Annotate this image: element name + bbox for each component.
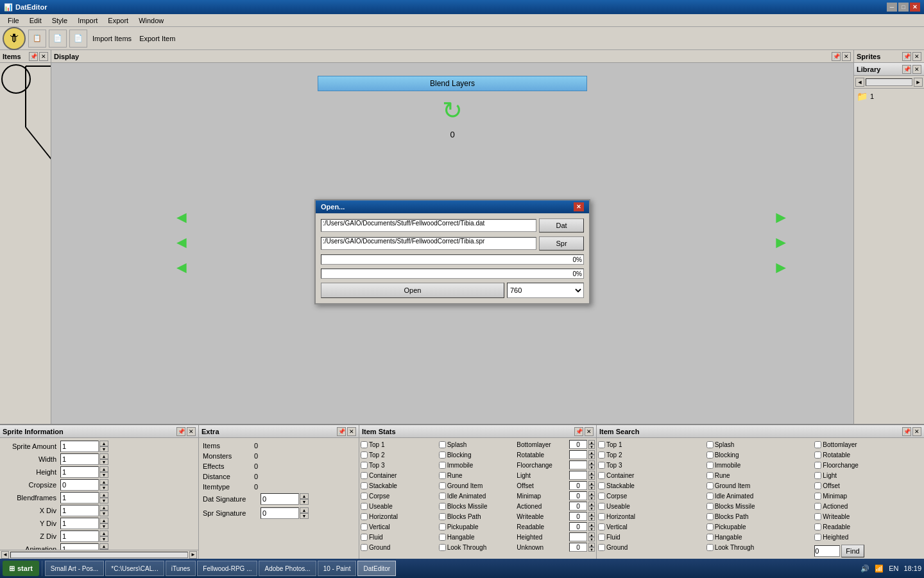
stats3-10-up[interactable]: ▲ — [588, 543, 595, 547]
stats1-4-check[interactable] — [361, 482, 368, 489]
sig-input-0[interactable] — [261, 493, 299, 505]
menu-export[interactable]: Export — [103, 15, 133, 26]
spin-down-5[interactable]: ▼ — [99, 511, 108, 516]
stats1-9-check[interactable] — [361, 534, 368, 541]
spin-down-1[interactable]: ▼ — [99, 459, 108, 465]
stats3-9-down[interactable]: ▼ — [588, 537, 595, 541]
nav-right-arrow-2[interactable]: ► — [773, 232, 789, 252]
stats3-7-input[interactable] — [569, 512, 587, 521]
stats2-3-check[interactable] — [439, 472, 446, 479]
stats3-0-input[interactable] — [569, 440, 587, 449]
search3-8-check[interactable] — [814, 523, 821, 530]
nav-right-arrow-3[interactable]: ► — [773, 258, 789, 277]
scroll-left-btn[interactable]: ◄ — [1, 551, 9, 559]
stats3-9-input[interactable] — [569, 532, 587, 541]
nav-right-arrow-1[interactable]: ► — [773, 207, 789, 227]
stats1-5-check[interactable] — [361, 493, 368, 500]
stats2-1-check[interactable] — [439, 451, 446, 459]
sprite-info-close[interactable]: ✕ — [187, 427, 196, 436]
search3-1-check[interactable] — [814, 451, 821, 459]
search1-4-check[interactable] — [598, 482, 605, 489]
dat-button[interactable]: Dat — [539, 218, 584, 232]
scroll-track[interactable] — [866, 78, 912, 86]
dat-path-input[interactable]: :/Users/GAIO/Documents/Stuff/FellwoodCor… — [321, 219, 536, 232]
spin-down-6[interactable]: ▼ — [99, 523, 108, 529]
spin-up-7[interactable]: ▲ — [99, 530, 108, 536]
maximize-button[interactable]: □ — [898, 3, 909, 12]
stats1-7-check[interactable] — [361, 513, 368, 520]
items-panel-close[interactable]: ✕ — [39, 52, 48, 61]
taskbar-btn-5[interactable]: 10 - Paint — [318, 561, 357, 576]
stats3-6-input[interactable] — [569, 502, 587, 511]
search2-1-check[interactable] — [706, 451, 714, 459]
spin-up-2[interactable]: ▲ — [99, 466, 108, 472]
library-pin[interactable]: 📌 — [902, 65, 911, 74]
taskbar-btn-2[interactable]: iTunes — [166, 561, 196, 576]
search2-6-check[interactable] — [706, 503, 714, 510]
stats3-7-down[interactable]: ▼ — [588, 516, 595, 521]
sig-spin-up-1[interactable]: ▲ — [300, 507, 309, 513]
spin-up-5[interactable]: ▲ — [99, 505, 108, 511]
search2-4-check[interactable] — [706, 482, 714, 489]
stats3-4-up[interactable]: ▲ — [588, 481, 595, 486]
search-value-input[interactable] — [814, 545, 840, 557]
stats3-10-down[interactable]: ▼ — [588, 547, 595, 552]
search3-2-check[interactable] — [814, 462, 821, 469]
search2-5-check[interactable] — [706, 493, 714, 500]
search3-3-check[interactable] — [814, 472, 821, 479]
stats1-2-check[interactable] — [361, 462, 368, 469]
menu-file[interactable]: File — [3, 15, 24, 26]
scroll-right-btn[interactable]: ► — [189, 551, 197, 559]
stats3-9-up[interactable]: ▲ — [588, 532, 595, 537]
import-items-btn[interactable]: Import Items — [92, 35, 132, 42]
search1-10-check[interactable] — [598, 544, 605, 551]
search3-9-check[interactable] — [814, 534, 821, 541]
stats2-2-check[interactable] — [439, 462, 446, 469]
sprite-info-pin[interactable]: 📌 — [176, 427, 185, 436]
spin-up-8[interactable]: ▲ — [99, 543, 108, 549]
stats1-3-check[interactable] — [361, 472, 368, 479]
search1-0-check[interactable] — [598, 441, 605, 448]
stats2-0-check[interactable] — [439, 441, 446, 448]
taskbar-btn-1[interactable]: *C:\Users\CAL... — [105, 561, 164, 576]
stats2-9-check[interactable] — [439, 534, 446, 541]
search1-2-check[interactable] — [598, 462, 605, 469]
sprites-panel-close[interactable]: ✕ — [912, 52, 921, 61]
item-stats-close[interactable]: ✕ — [585, 427, 594, 436]
stats3-3-down[interactable]: ▼ — [588, 475, 595, 480]
stats3-3-input[interactable] — [569, 471, 587, 480]
stats1-1-check[interactable] — [361, 451, 368, 459]
item-search-close[interactable]: ✕ — [912, 427, 921, 436]
minimize-button[interactable]: ─ — [887, 3, 897, 12]
search2-10-check[interactable] — [706, 544, 714, 551]
nav-left-arrow-2[interactable]: ◄ — [173, 232, 190, 252]
stats3-8-down[interactable]: ▼ — [588, 527, 595, 531]
stats1-6-check[interactable] — [361, 503, 368, 510]
version-select[interactable]: 760 740 — [507, 283, 584, 298]
search3-7-check[interactable] — [814, 513, 821, 520]
stats3-0-down[interactable]: ▼ — [588, 444, 595, 449]
stats3-5-up[interactable]: ▲ — [588, 491, 595, 496]
stats1-10-check[interactable] — [361, 544, 368, 551]
stats3-6-down[interactable]: ▼ — [588, 506, 595, 511]
item-search-pin[interactable]: 📌 — [902, 427, 911, 436]
items-tab[interactable]: Items — [3, 53, 21, 60]
search1-6-check[interactable] — [598, 503, 605, 510]
search2-7-check[interactable] — [706, 513, 714, 520]
stats3-5-input[interactable] — [569, 491, 587, 500]
export-item-btn[interactable]: Export Item — [139, 35, 175, 42]
stats3-1-down[interactable]: ▼ — [588, 455, 595, 459]
sprite-info-input-6[interactable] — [60, 518, 99, 529]
spin-up-6[interactable]: ▲ — [99, 518, 108, 523]
extra-pin[interactable]: 📌 — [337, 427, 346, 436]
search1-3-check[interactable] — [598, 472, 605, 479]
spin-up-4[interactable]: ▲ — [99, 492, 108, 498]
stats2-7-check[interactable] — [439, 513, 446, 520]
search2-3-check[interactable] — [706, 472, 714, 479]
stats2-4-check[interactable] — [439, 482, 446, 489]
extra-close[interactable]: ✕ — [347, 427, 356, 436]
toolbar-btn-3[interactable]: 📄 — [69, 30, 87, 48]
sprites-panel-pin[interactable]: 📌 — [902, 52, 911, 61]
sig-spin-down-1[interactable]: ▼ — [300, 513, 309, 519]
sig-spin-down-0[interactable]: ▼ — [300, 499, 309, 505]
